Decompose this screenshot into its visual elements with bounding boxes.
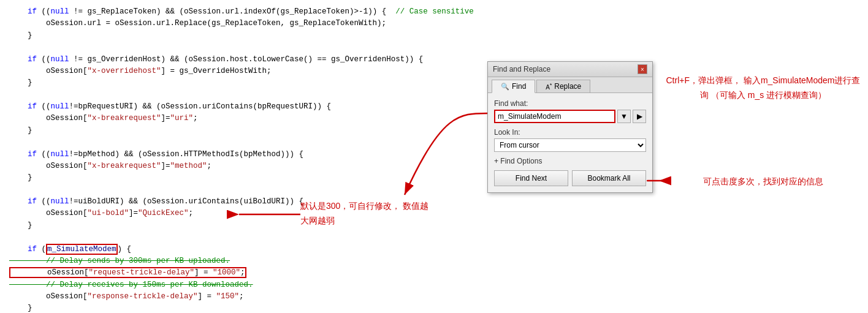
code-line-6: oSession["x-overridehost"] = gs_Override… (9, 66, 475, 77)
annotation-right-top: Ctrl+F，弹出弹框， 输入m_SimulateModem进行查询 （可输入 … (665, 74, 861, 103)
code-line-session2: oSession["response-trickle-delay"] = "15… (9, 291, 475, 303)
code-line-8 (9, 89, 475, 101)
annotation-right-bottom: 可点击度多次，找到对应的信息 (665, 175, 861, 189)
annotation-right-bottom-text: 可点击度多次，找到对应的信息 (665, 175, 861, 189)
find-what-label: Find what: (494, 99, 646, 108)
find-tab-icon: 🔍 (501, 83, 509, 91)
code-line-comment2: // Delay receives by 150ms per KB downlo… (9, 279, 475, 291)
code-line-10: oSession["x-breakrequest"]="uri"; (9, 113, 475, 124)
code-editor: if ((null != gs_ReplaceToken) && (oSessi… (0, 0, 484, 313)
find-next-button[interactable]: Find Next (494, 170, 568, 186)
code-line-14: oSession["x-breakrequest"]="method"; (9, 160, 475, 172)
find-what-input[interactable] (494, 110, 615, 123)
annotation-right-top-text: Ctrl+F，弹出弹框， 输入m_SimulateModem进行查询 （可输入 … (665, 74, 861, 103)
dialog-close-button[interactable]: × (638, 64, 647, 74)
dialog-titlebar: Find and Replace × (488, 62, 652, 77)
code-line-21: } (9, 303, 475, 313)
annotation-left-middle: 默认是300，可自行修改， 数值越大网越弱 (300, 199, 435, 228)
code-line-1: if ((null != gs_ReplaceToken) && (oSessi… (9, 6, 475, 18)
code-line-9: if ((null!=bpRequestURI) && (oSession.ur… (9, 101, 475, 113)
tab-find[interactable]: 🔍 Find (492, 80, 535, 93)
code-line-11: } (9, 125, 475, 137)
dialog-body: Find what: ▼ ▶ Look In: From cursor Enti… (488, 93, 652, 192)
find-options-label[interactable]: + Find Options (494, 157, 542, 165)
session-highlight: oSession["request-trickle-delay"] = "100… (9, 267, 246, 278)
code-line-comment1: // Delay sends by 300ms per KB uploaded. (9, 255, 475, 267)
look-in-select[interactable]: From cursor Entire document Selection (494, 138, 646, 152)
tab-replace[interactable]: A* Replace (536, 80, 590, 92)
dialog-tabs: 🔍 Find A* Replace (488, 77, 652, 93)
code-line-session1: oSession["request-trickle-delay"] = "100… (9, 267, 475, 279)
code-line-12 (9, 137, 475, 148)
code-line-13: if ((null!=bpMethod) && (oSession.HTTPMe… (9, 149, 475, 160)
code-line-15: } (9, 172, 475, 184)
code-line-3: } (9, 30, 475, 42)
dialog-title: Find and Replace (493, 65, 550, 74)
look-in-label: Look In: (494, 128, 646, 137)
replace-tab-label: Replace (554, 82, 581, 91)
dialog-buttons: Find Next Bookmark All (494, 170, 646, 186)
look-in-row: From cursor Entire document Selection (494, 138, 646, 152)
code-line-7: } (9, 77, 475, 89)
find-options-row: + Find Options (494, 157, 646, 165)
annotation-left-middle-text: 默认是300，可自行修改， 数值越大网越弱 (300, 199, 435, 228)
find-replace-dialog: Find and Replace × 🔍 Find A* Replace Fin… (487, 61, 653, 193)
modem-highlight: m_SimulateModem (46, 244, 118, 255)
code-line-2: oSession.url = oSession.url.Replace(gs_R… (9, 18, 475, 29)
find-dropdown-btn[interactable]: ▼ (617, 110, 631, 123)
bookmark-all-button[interactable]: Bookmark All (572, 170, 646, 186)
code-line-modem: if (m_SimulateModem) { (9, 244, 475, 255)
find-next-small-btn[interactable]: ▶ (633, 110, 646, 123)
code-line-5: if ((null != gs_OverridenHost) && (oSess… (9, 54, 475, 66)
find-tab-label: Find (512, 82, 526, 91)
code-line-4 (9, 42, 475, 53)
replace-tab-icon: A* (546, 82, 552, 91)
find-what-row: ▼ ▶ (494, 110, 646, 123)
code-line-20 (9, 232, 475, 243)
code-line-16 (9, 184, 475, 196)
